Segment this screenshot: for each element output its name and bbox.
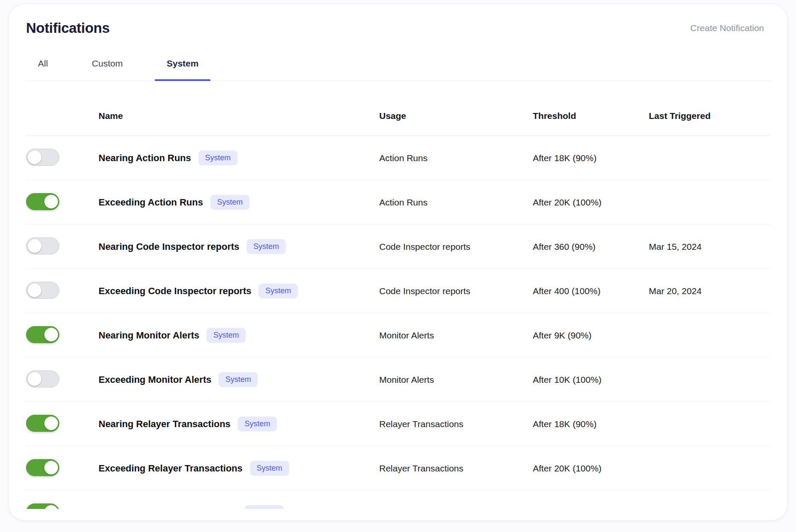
threshold-value: After 10K (100%) <box>533 375 649 385</box>
table-row: Nearing Action Runs System Action Runs A… <box>26 136 770 180</box>
notification-name: Exceeding Action Runs <box>99 197 203 208</box>
system-badge: System <box>210 195 250 210</box>
notification-name: Nearing Action Runs <box>99 153 191 164</box>
table-row: Nearing Relayer Transactions System Rela… <box>26 402 770 446</box>
toggle-knob <box>28 239 41 253</box>
notifications-card: Notifications Create Notification All Cu… <box>8 3 788 521</box>
notification-toggle[interactable] <box>26 415 59 432</box>
table-row: Exceeding Code Inspector reports System … <box>26 269 770 313</box>
threshold-value: After 18K (90%) <box>533 153 649 163</box>
system-badge: System <box>238 416 277 431</box>
table-row: Exceeding Relayer Transactions System Re… <box>26 446 770 491</box>
notification-toggle[interactable] <box>26 326 59 343</box>
tab-custom[interactable]: Custom <box>80 46 134 81</box>
notification-toggle[interactable] <box>26 193 59 210</box>
toggle-knob <box>44 461 58 474</box>
notification-name: Exceeding Code Inspector reports <box>99 286 251 297</box>
usage-value: Action Runs <box>379 197 533 208</box>
usage-value: Relayer Transactions <box>379 463 533 474</box>
usage-value: Code Inspector reports <box>379 242 533 252</box>
notification-toggle[interactable] <box>26 503 59 509</box>
notification-toggle[interactable] <box>26 149 59 166</box>
tab-all[interactable]: All <box>26 46 60 81</box>
tab-system[interactable]: System <box>155 46 211 81</box>
system-badge: System <box>244 505 284 509</box>
column-header-name: Name <box>99 111 379 121</box>
create-notification-button[interactable]: Create Notification <box>690 23 770 33</box>
system-badge: System <box>206 328 246 343</box>
table-row: Nearing Monitor Alerts System Monitor Al… <box>26 313 770 358</box>
system-badge: System <box>250 461 289 476</box>
threshold-value: After 18K (90%) <box>533 419 649 429</box>
usage-value: Monitor Alerts <box>379 330 533 341</box>
column-header-usage: Usage <box>379 111 533 121</box>
notification-name: Nearing Relayer Transactions <box>99 419 230 430</box>
system-badge: System <box>259 283 298 298</box>
table-body: Nearing Action Runs System Action Runs A… <box>26 136 770 509</box>
notification-name: Exceeding Monitor Alerts <box>99 374 211 385</box>
toggle-knob <box>44 416 58 430</box>
toggle-knob <box>44 505 58 509</box>
threshold-value: After 9K (90%) <box>533 330 649 341</box>
last-triggered-value: Mar 15, 2024 <box>649 242 770 252</box>
system-badge: System <box>198 150 238 165</box>
usage-value: Relayer Transactions <box>379 419 533 429</box>
threshold-value: After 20K (100%) <box>533 463 649 474</box>
page-title: Notifications <box>26 20 110 36</box>
threshold-value: After 400 (100%) <box>533 286 649 296</box>
usage-value: Monitor Alerts <box>379 375 533 385</box>
notification-name: Nearing Code Inspector reports <box>99 241 239 252</box>
usage-value: Action Runs <box>379 153 533 163</box>
column-header-last-triggered: Last Triggered <box>649 111 770 121</box>
notification-toggle[interactable] <box>26 282 59 299</box>
table-row: Exceeding Action Runs System Action Runs… <box>26 180 770 225</box>
usage-value: Code Inspector reports <box>379 286 533 296</box>
toggle-knob <box>28 150 41 164</box>
tab-bar: All Custom System <box>26 46 770 81</box>
last-triggered-value: Mar 20, 2024 <box>649 286 770 296</box>
table-header: Name Usage Threshold Last Triggered <box>26 81 770 136</box>
threshold-value: After 20K (100%) <box>533 197 649 208</box>
system-badge: System <box>247 239 286 254</box>
toggle-knob <box>44 195 58 208</box>
toggle-knob <box>44 328 58 341</box>
notification-toggle[interactable] <box>26 237 59 254</box>
table-row: System <box>26 491 770 509</box>
page-header: Notifications Create Notification <box>26 20 770 36</box>
column-header-threshold: Threshold <box>533 111 649 121</box>
notification-toggle[interactable] <box>26 370 59 387</box>
notification-toggle[interactable] <box>26 459 59 476</box>
system-badge: System <box>218 372 258 387</box>
threshold-value: After 360 (90%) <box>533 242 649 252</box>
notification-name: Exceeding Relayer Transactions <box>99 463 243 474</box>
notification-name: Nearing Monitor Alerts <box>99 330 199 341</box>
table-row: Nearing Code Inspector reports System Co… <box>26 225 770 269</box>
toggle-knob <box>28 283 41 297</box>
table-row: Exceeding Monitor Alerts System Monitor … <box>26 358 770 402</box>
toggle-knob <box>28 372 41 386</box>
